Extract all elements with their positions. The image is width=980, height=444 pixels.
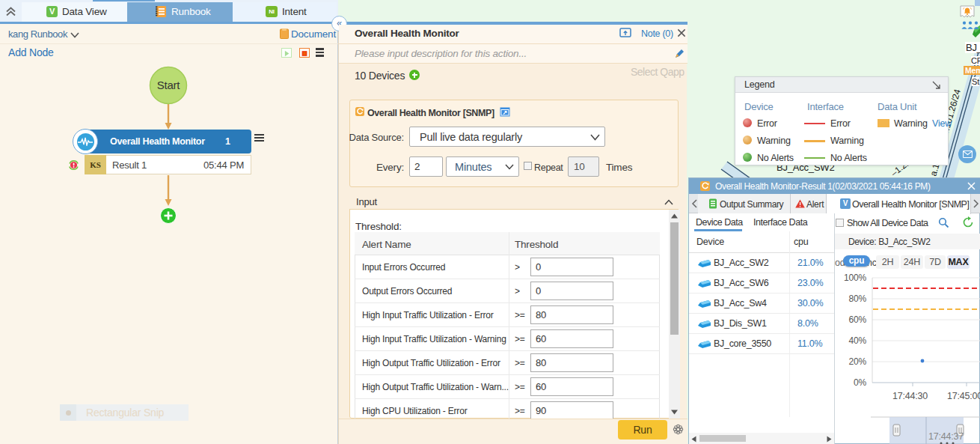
svg-text:20%: 20%: [849, 356, 867, 367]
svg-text:Start: Start: [157, 79, 181, 91]
svg-text:17:44:30: 17:44:30: [892, 391, 928, 401]
svg-text:60%: 60%: [849, 314, 867, 325]
svg-text:40%: 40%: [849, 335, 867, 346]
svg-text:100%: 100%: [844, 273, 866, 283]
svg-text:17:45:00: 17:45:00: [947, 391, 980, 401]
svg-text:0%: 0%: [854, 377, 866, 388]
svg-text:17:44:37: 17:44:37: [928, 431, 964, 442]
svg-text:80%: 80%: [849, 294, 867, 304]
